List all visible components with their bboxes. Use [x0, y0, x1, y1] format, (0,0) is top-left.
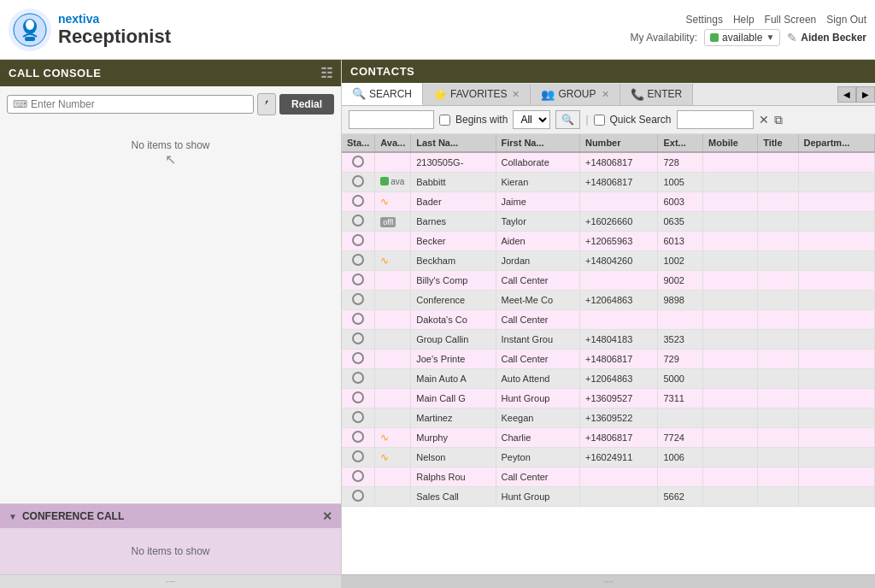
- select-contact-radio[interactable]: [352, 372, 364, 384]
- availability-cell: [375, 291, 411, 310]
- quick-search-input[interactable]: [677, 110, 754, 129]
- edit-icon[interactable]: ✎: [787, 31, 797, 44]
- cell-mobile: [703, 467, 758, 487]
- select-contact-radio[interactable]: [352, 470, 364, 482]
- contacts-table-wrap: Sta... Ava... Last Na... First Na... Num…: [342, 134, 875, 574]
- conference-close-button[interactable]: ✕: [322, 509, 332, 523]
- group-tab-close[interactable]: ✕: [602, 89, 609, 100]
- cell-number: +12064863: [579, 291, 658, 310]
- search-go-button[interactable]: 🔍: [555, 110, 580, 129]
- select-contact-radio[interactable]: [352, 273, 364, 285]
- col-firstname: First Na...: [496, 134, 579, 152]
- cell-title: [758, 310, 798, 330]
- cell-number: +14806817: [579, 152, 658, 173]
- cell-last: Conference: [411, 291, 496, 310]
- select-contact-radio[interactable]: [352, 450, 364, 462]
- logo-brand: nextiva: [58, 12, 171, 26]
- cell-mobile: [703, 350, 758, 369]
- settings-link[interactable]: Settings: [686, 14, 723, 26]
- filter-select[interactable]: All: [513, 110, 550, 129]
- rss-icon: ∿: [380, 196, 389, 208]
- tab-search[interactable]: 🔍 SEARCH: [342, 83, 423, 105]
- logo-title: Receptionist: [58, 26, 171, 48]
- export-button[interactable]: ⧉: [774, 113, 783, 127]
- select-contact-radio[interactable]: [352, 313, 364, 325]
- avail-text: ava: [391, 177, 404, 186]
- conference-resize-handle[interactable]: ····: [0, 574, 341, 588]
- cell-dept: [798, 467, 874, 487]
- cell-mobile: [703, 291, 758, 310]
- cell-title: [758, 428, 798, 448]
- col-number: Number: [579, 134, 658, 152]
- cell-last: Ralphs Rou: [411, 467, 496, 487]
- bottom-resize-handle[interactable]: ····: [342, 574, 875, 588]
- favorites-tab-icon: ⭐: [433, 88, 447, 101]
- tab-group-label: GROUP: [558, 88, 596, 100]
- table-row: ConferenceMeet-Me Co+120648639898: [342, 291, 875, 310]
- search-tab-icon: 🔍: [352, 87, 366, 100]
- select-contact-radio[interactable]: [352, 215, 364, 226]
- radio-cell: [342, 232, 375, 251]
- tab-search-label: SEARCH: [369, 88, 412, 100]
- select-contact-radio[interactable]: [352, 391, 364, 403]
- chevron-down-icon[interactable]: ▼: [9, 512, 17, 521]
- separator: |: [585, 114, 588, 126]
- quick-search-checkbox[interactable]: [594, 115, 605, 126]
- select-contact-radio[interactable]: [352, 352, 364, 364]
- signout-link[interactable]: Sign Out: [826, 14, 866, 26]
- tab-group[interactable]: 👥 GROUP ✕: [531, 84, 620, 105]
- fullscreen-link[interactable]: Full Screen: [765, 14, 817, 26]
- left-panel: CALL CONSOLE ☷ ⌨ ⎖ Redial No items to sh…: [0, 60, 342, 588]
- cell-mobile: [703, 232, 758, 251]
- enter-number-input[interactable]: [31, 98, 248, 110]
- tab-favorites[interactable]: ⭐ FAVORITES ✕: [423, 84, 531, 105]
- select-contact-radio[interactable]: [352, 431, 364, 443]
- select-contact-radio[interactable]: [352, 156, 364, 168]
- favorites-tab-close[interactable]: ✕: [512, 89, 520, 100]
- cell-title: [758, 271, 798, 291]
- cell-ext: 7724: [658, 428, 703, 448]
- select-contact-radio[interactable]: [352, 332, 364, 344]
- cell-title: [758, 152, 798, 173]
- select-contact-radio[interactable]: [352, 490, 364, 502]
- cell-mobile: [703, 212, 758, 232]
- search-input[interactable]: [349, 110, 434, 129]
- radio-cell: [342, 389, 375, 409]
- cell-dept: [798, 212, 874, 232]
- table-row: Ralphs RouCall Center: [342, 467, 875, 487]
- quick-search-label: Quick Search: [610, 114, 672, 126]
- select-contact-radio[interactable]: [352, 195, 364, 207]
- cell-first: Kieran: [496, 173, 579, 192]
- clear-search-button[interactable]: ✕: [759, 113, 769, 126]
- table-row: Dakota's CoCall Center: [342, 310, 875, 330]
- cell-title: [758, 448, 798, 467]
- cell-mobile: [703, 448, 758, 467]
- call-console-empty: No items to show ↖: [7, 122, 334, 185]
- cell-mobile: [703, 389, 758, 409]
- cell-number: +13609522: [579, 409, 658, 428]
- select-contact-radio[interactable]: [352, 254, 364, 266]
- cell-mobile: [703, 251, 758, 271]
- logo-text: nextiva Receptionist: [58, 12, 171, 48]
- help-link[interactable]: Help: [733, 14, 755, 26]
- select-contact-radio[interactable]: [352, 234, 364, 246]
- col-avail: Ava...: [375, 134, 411, 152]
- tab-enter[interactable]: 📞 ENTER: [620, 84, 694, 105]
- tab-next-button[interactable]: ▶: [856, 86, 875, 103]
- logo-icon: [9, 9, 51, 51]
- cell-last: Murphy: [411, 428, 496, 448]
- select-contact-radio[interactable]: [352, 175, 364, 187]
- select-contact-radio[interactable]: [352, 293, 364, 305]
- cell-ext: 1005: [658, 173, 703, 192]
- availability-badge[interactable]: available ▼: [704, 29, 780, 46]
- select-contact-radio[interactable]: [352, 411, 364, 423]
- tab-prev-button[interactable]: ◀: [837, 86, 856, 103]
- dialpad-button[interactable]: ⎖: [257, 93, 276, 115]
- cell-first: Keegan: [496, 409, 579, 428]
- call-console-header: CALL CONSOLE ☷: [0, 60, 341, 86]
- begins-with-checkbox[interactable]: [439, 115, 450, 126]
- enter-number-wrap: ⌨: [7, 95, 254, 114]
- conference-section: ▼ CONFERENCE CALL ✕ No items to show ···…: [0, 503, 341, 588]
- redial-button[interactable]: Redial: [279, 94, 334, 115]
- call-console-body: ⌨ ⎖ Redial No items to show ↖: [0, 86, 341, 503]
